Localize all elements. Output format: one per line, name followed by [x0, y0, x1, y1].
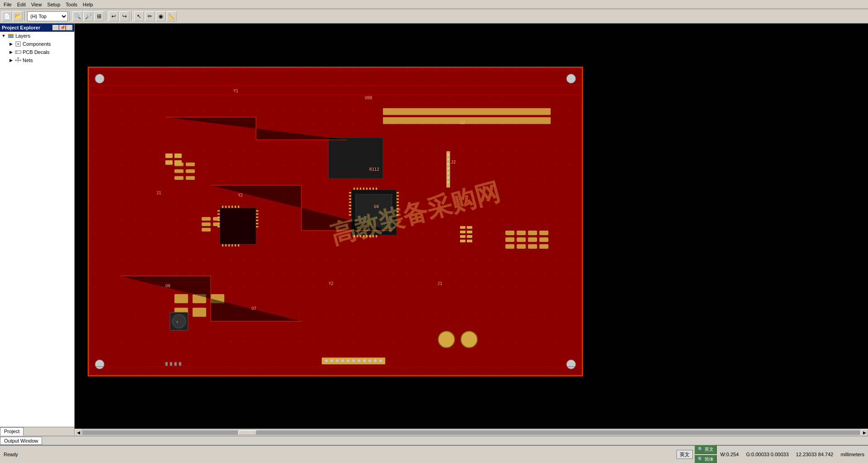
output-panel: Output Window [0, 436, 868, 445]
nets-icon [14, 57, 22, 64]
expand-decals: ▶ [7, 50, 14, 54]
tree-item-components[interactable]: ▶ Components [0, 40, 74, 48]
svg-point-98 [374, 359, 377, 362]
open-btn[interactable]: 📂 [13, 11, 23, 21]
svg-rect-130 [460, 240, 465, 242]
svg-rect-166 [174, 362, 177, 366]
menu-setup[interactable]: Setup [44, 1, 63, 8]
svg-rect-47 [373, 188, 374, 190]
svg-rect-44 [363, 188, 364, 190]
undo-btn[interactable]: ↩ [109, 11, 119, 21]
route-btn[interactable]: ✏ [145, 11, 155, 21]
menu-view[interactable]: View [29, 1, 45, 8]
svg-rect-21 [383, 108, 551, 115]
place-btn[interactable]: ◉ [156, 11, 166, 21]
svg-rect-148 [256, 226, 258, 227]
tree-item-nets[interactable]: ▶ Nets [0, 56, 74, 64]
svg-rect-147 [256, 223, 258, 224]
svg-rect-81 [539, 237, 548, 242]
svg-rect-73 [192, 308, 206, 317]
tree-item-layers[interactable]: ▼ Layers [0, 32, 74, 40]
svg-rect-150 [225, 206, 226, 208]
decals-icon [14, 48, 22, 56]
status-bar: Ready 英文 🔍 英文 🔍 简体 W:0.254 G:0.00033 0.0… [0, 445, 868, 463]
layer-dropdown[interactable]: (H) Top(H) BottomAll Layers [27, 11, 68, 21]
zoom-out-btn[interactable]: 🔎 [83, 11, 93, 21]
svg-rect-134 [165, 160, 173, 165]
measure-btn[interactable]: 📐 [167, 11, 177, 21]
svg-rect-167 [179, 362, 181, 366]
svg-text:J2: J2 [451, 160, 456, 164]
pcb-canvas[interactable]: 高教装备采购网 Y1 U08 U2 J2 R112 J1 Y2 U4 Y2 J1… [75, 24, 868, 429]
zoom-in-btn[interactable]: 🔍 [72, 11, 82, 21]
svg-rect-42 [357, 188, 358, 190]
svg-text:J1: J1 [437, 281, 442, 286]
svg-rect-131 [467, 240, 472, 242]
expand-layers: ▼ [0, 34, 7, 38]
svg-rect-43 [360, 188, 361, 190]
svg-rect-76 [528, 231, 537, 235]
svg-text:U7: U7 [251, 306, 256, 311]
svg-rect-127 [467, 231, 472, 233]
svg-rect-77 [539, 231, 548, 235]
svg-rect-74 [505, 231, 514, 235]
h-scrollbar: ◀ ▶ [75, 429, 868, 436]
svg-rect-80 [528, 237, 537, 242]
svg-rect-33 [397, 192, 399, 193]
svg-rect-155 [222, 244, 223, 246]
svg-point-96 [363, 359, 366, 362]
svg-rect-85 [539, 244, 548, 249]
svg-rect-75 [517, 231, 526, 235]
tree-item-pcb-decals[interactable]: ▶ PCB Decals [0, 48, 74, 56]
status-btn2[interactable]: 🔍 简体 [695, 455, 717, 463]
svg-rect-29 [349, 205, 351, 206]
scroll-left-btn[interactable]: ◀ [75, 429, 82, 436]
menu-file[interactable]: File [1, 1, 14, 8]
new-btn[interactable]: 📄 [2, 11, 12, 21]
main-container: Project Explorer _ 📌 × ▼ Layers [0, 24, 868, 463]
svg-rect-154 [238, 206, 239, 208]
redo-btn[interactable]: ↪ [120, 11, 129, 21]
svg-point-94 [352, 359, 355, 362]
menu-tools[interactable]: Tools [63, 1, 80, 8]
status-btn1[interactable]: 🔍 英文 [695, 445, 717, 454]
menu-edit[interactable]: Edit [14, 1, 29, 8]
svg-rect-141 [217, 223, 220, 224]
content-area: Project Explorer _ 📌 × ▼ Layers [0, 24, 868, 436]
svg-point-99 [379, 359, 382, 362]
sidebar-close-btn[interactable]: × [66, 25, 72, 30]
svg-rect-36 [397, 202, 399, 203]
svg-point-97 [369, 359, 371, 362]
sidebar-header: Project Explorer _ 📌 × [0, 24, 74, 32]
svg-point-9 [15, 60, 17, 61]
status-lang: 英文 [676, 450, 693, 459]
output-window-tab[interactable]: Output Window [0, 437, 42, 445]
svg-rect-159 [235, 244, 236, 246]
sep4 [131, 11, 132, 21]
h-scroll-track[interactable] [82, 430, 860, 435]
zoom-fit-btn[interactable]: ⊞ [94, 11, 104, 21]
scroll-right-btn[interactable]: ▶ [861, 429, 868, 436]
select-btn[interactable]: ↖ [134, 11, 144, 21]
svg-rect-46 [369, 188, 371, 190]
svg-text:R112: R112 [369, 167, 379, 172]
sidebar-tree: ▼ Layers ▶ Components ▶ [0, 32, 74, 427]
svg-point-92 [341, 359, 344, 362]
svg-text:Y1: Y1 [233, 89, 238, 93]
sidebar-minimize-btn[interactable]: _ [53, 25, 59, 30]
sidebar-tab-project[interactable]: Project [0, 427, 24, 436]
svg-rect-142 [217, 226, 220, 227]
h-scroll-thumb[interactable] [238, 430, 256, 435]
svg-rect-143 [256, 210, 258, 212]
sidebar-pin-btn[interactable]: 📌 [59, 25, 66, 30]
nets-label: Nets [23, 58, 33, 63]
menu-help[interactable]: Help [80, 1, 96, 8]
svg-rect-128 [460, 235, 465, 238]
status-ready: Ready [0, 451, 676, 458]
sep3 [106, 11, 107, 21]
svg-rect-62 [186, 169, 195, 173]
svg-point-87 [461, 331, 477, 347]
svg-rect-1 [8, 35, 14, 36]
svg-point-103 [447, 163, 449, 165]
pcb-svg: 高教装备采购网 Y1 U08 U2 J2 R112 J1 Y2 U4 Y2 J1… [75, 24, 868, 429]
